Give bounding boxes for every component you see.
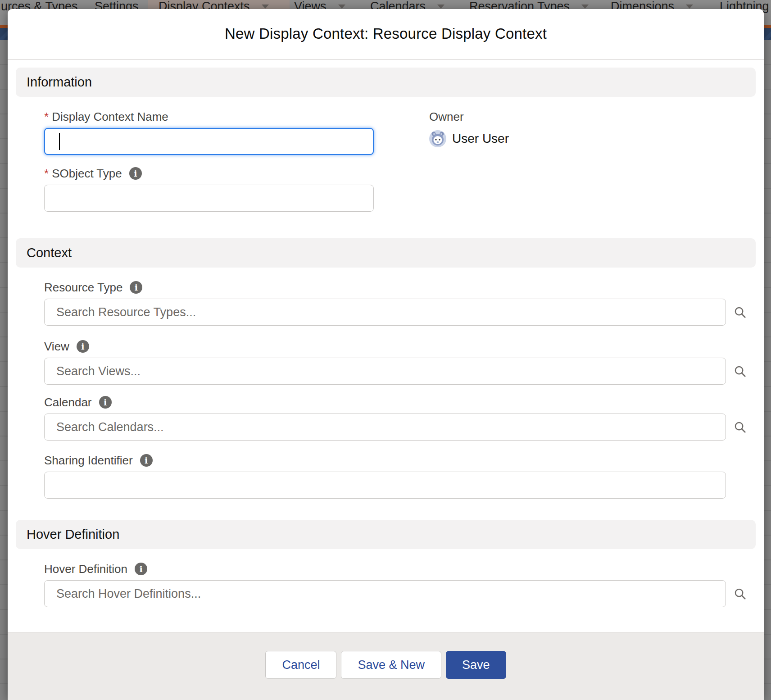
hover-definition-search-input[interactable] — [44, 580, 726, 607]
field-sharing-identifier: Sharing Identifier i — [44, 454, 756, 499]
modal-footer: Cancel Save & New Save — [8, 632, 764, 700]
label-text: SObject Type — [52, 167, 122, 181]
section-header-hover-definition: Hover Definition — [16, 520, 756, 549]
section-heading-text: Context — [27, 245, 72, 260]
required-asterisk: * — [44, 167, 49, 181]
modal-header: New Display Context: Resource Display Co… — [8, 9, 764, 60]
save-and-new-button[interactable]: Save & New — [341, 651, 441, 679]
info-icon[interactable]: i — [77, 340, 89, 353]
calendar-search-input[interactable] — [44, 414, 726, 441]
cancel-button[interactable]: Cancel — [265, 651, 336, 679]
chevron-down-icon — [581, 5, 589, 9]
chevron-down-icon — [262, 5, 269, 9]
modal-content: Information * Display Context Name Owner — [16, 61, 756, 607]
section-header-context: Context — [16, 238, 756, 268]
field-calendar: Calendar i — [44, 396, 756, 441]
text-cursor — [59, 133, 60, 150]
field-resource-type: Resource Type i — [44, 281, 756, 326]
calendar-lookup-wrap — [44, 414, 756, 441]
sobject-type-input[interactable] — [44, 185, 374, 212]
display-context-name-input[interactable] — [44, 128, 374, 155]
label-text: Resource Type — [44, 281, 122, 295]
label-text: Hover Definition — [44, 562, 127, 576]
field-hover-definition: Hover Definition i — [44, 563, 756, 607]
info-icon[interactable]: i — [99, 396, 112, 409]
field-view: View i — [44, 340, 756, 385]
field-display-context-name: * Display Context Name Owner — [44, 110, 756, 155]
owner-label: Owner — [429, 110, 509, 123]
owner-value: User User — [452, 132, 509, 146]
required-asterisk: * — [44, 110, 49, 124]
search-icon — [733, 420, 747, 434]
label-text: Display Context Name — [52, 110, 168, 124]
chevron-down-icon — [338, 5, 345, 9]
modal-title: New Display Context: Resource Display Co… — [8, 9, 764, 42]
info-icon[interactable]: i — [135, 563, 147, 575]
display-context-name-label: * Display Context Name — [44, 110, 756, 123]
section-header-information: Information — [16, 68, 756, 97]
search-icon — [733, 587, 747, 600]
hover-definition-lookup-wrap — [44, 580, 756, 607]
label-text: Sharing Identifier — [44, 454, 133, 468]
sharing-identifier-label: Sharing Identifier i — [44, 454, 756, 467]
sobject-type-label: * SObject Type i — [44, 167, 756, 180]
owner-value-row: User User — [429, 130, 509, 147]
info-icon[interactable]: i — [130, 281, 142, 294]
section-heading-text: Hover Definition — [27, 527, 119, 542]
sharing-identifier-input[interactable] — [44, 472, 726, 499]
view-lookup-wrap — [44, 358, 756, 385]
search-icon — [733, 364, 747, 378]
label-text: Calendar — [44, 395, 92, 409]
calendar-label: Calendar i — [44, 396, 756, 409]
view-search-input[interactable] — [44, 358, 726, 385]
hover-definition-label: Hover Definition i — [44, 563, 756, 575]
user-avatar — [429, 130, 446, 147]
new-display-context-modal: New Display Context: Resource Display Co… — [8, 9, 764, 700]
label-text: Owner — [429, 110, 464, 124]
display-context-name-input-wrap — [44, 128, 756, 155]
field-sobject-type: * SObject Type i — [44, 167, 756, 212]
resource-type-lookup-wrap — [44, 299, 756, 326]
view-label: View i — [44, 340, 756, 353]
info-icon[interactable]: i — [140, 454, 153, 467]
info-icon[interactable]: i — [129, 167, 142, 180]
search-icon — [733, 305, 747, 319]
section-heading-text: Information — [27, 75, 92, 90]
chevron-down-icon — [437, 5, 444, 9]
label-text: View — [44, 340, 69, 354]
save-button[interactable]: Save — [446, 651, 506, 679]
resource-type-label: Resource Type i — [44, 281, 756, 294]
sobject-type-input-wrap — [44, 185, 756, 212]
chevron-down-icon — [686, 5, 693, 9]
sharing-identifier-input-wrap — [44, 472, 756, 499]
resource-type-search-input[interactable] — [44, 299, 726, 326]
owner-field: Owner User User — [429, 110, 509, 147]
